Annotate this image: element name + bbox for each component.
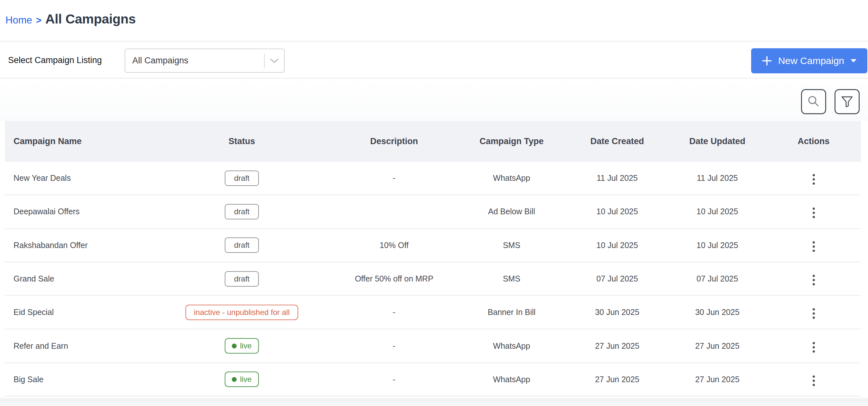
row-actions-kebab-icon[interactable] xyxy=(808,306,819,322)
campaign-name-cell: Grand Sale xyxy=(5,274,153,283)
column-header-campaign-name: Campaign Name xyxy=(5,136,153,146)
status-badge-label: draft xyxy=(234,241,250,249)
table-row: Eid Specialinactive - unpublished for al… xyxy=(5,296,861,330)
campaign-type-cell: WhatsApp xyxy=(457,375,566,384)
search-button[interactable] xyxy=(801,89,826,114)
table-header-row: Campaign NameStatusDescriptionCampaign T… xyxy=(5,121,861,162)
status-badge-draft: draft xyxy=(225,271,259,286)
actions-cell xyxy=(766,169,861,187)
page-title: All Campaigns xyxy=(45,11,136,27)
status-cell: draft xyxy=(153,170,331,186)
date-created-cell: 10 Jul 2025 xyxy=(566,207,669,216)
description-cell: Offer 50% off on MRP xyxy=(331,274,457,283)
date-updated-cell: 30 Jun 2025 xyxy=(669,308,766,317)
row-actions-kebab-icon[interactable] xyxy=(808,205,819,221)
date-created-cell: 11 Jul 2025 xyxy=(566,173,669,183)
actions-cell xyxy=(766,236,861,255)
table-row: Big Salelive-WhatsApp27 Jun 202527 Jun 2… xyxy=(5,363,861,397)
caret-down-icon xyxy=(850,59,857,63)
column-header-actions: Actions xyxy=(766,136,861,146)
actions-cell xyxy=(766,337,861,355)
table-row: Rakshabandan Offerdraft10% OffSMS10 Jul … xyxy=(5,229,861,263)
column-header-description: Description xyxy=(331,136,457,146)
date-updated-cell: 27 Jun 2025 xyxy=(669,375,766,384)
column-header-campaign-type: Campaign Type xyxy=(457,136,566,146)
description-cell: - xyxy=(331,173,457,183)
row-actions-kebab-icon[interactable] xyxy=(808,171,819,187)
chevron-down-icon xyxy=(270,58,279,63)
live-dot-icon xyxy=(232,377,237,382)
status-badge-label: draft xyxy=(234,208,250,215)
status-badge-label: draft xyxy=(234,275,250,283)
status-badge-draft: draft xyxy=(225,170,259,186)
campaign-name-cell: Eid Special xyxy=(5,308,153,317)
column-header-status: Status xyxy=(153,136,331,146)
column-header-date-updated: Date Updated xyxy=(669,136,766,146)
date-updated-cell: 27 Jun 2025 xyxy=(669,341,766,351)
description-cell: - xyxy=(331,375,457,384)
status-badge-draft: draft xyxy=(225,204,259,219)
campaign-type-cell: SMS xyxy=(457,274,566,283)
table-body: New Year Dealsdraft-WhatsApp11 Jul 20251… xyxy=(5,162,861,397)
campaign-type-cell: Banner In Bill xyxy=(457,308,566,317)
actions-cell xyxy=(766,370,861,388)
date-updated-cell: 10 Jul 2025 xyxy=(669,241,766,250)
table-row: Refer and Earnlive-WhatsApp27 Jun 202527… xyxy=(5,330,861,363)
campaign-listing-select[interactable]: All Campaigns xyxy=(125,48,285,73)
filter-icon xyxy=(840,95,854,108)
column-header-date-created: Date Created xyxy=(566,136,669,146)
table-row: Grand SaledraftOffer 50% off on MRPSMS07… xyxy=(5,263,861,296)
table-tools xyxy=(0,89,868,114)
breadcrumb-home-link[interactable]: Home xyxy=(5,14,32,26)
campaigns-page: Home > All Campaigns Select Campaign Lis… xyxy=(0,0,868,406)
plus-icon xyxy=(762,55,772,66)
campaign-name-cell: Deepawalai Offers xyxy=(5,207,153,216)
status-badge-draft: draft xyxy=(225,237,259,253)
row-actions-kebab-icon[interactable] xyxy=(808,239,819,255)
status-badge-live: live xyxy=(225,338,258,353)
status-badge-inactive: inactive - unpublished for all xyxy=(185,305,298,320)
row-actions-kebab-icon[interactable] xyxy=(808,272,819,288)
status-cell: draft xyxy=(153,237,331,253)
actions-cell xyxy=(766,303,861,322)
actions-cell xyxy=(766,270,861,288)
status-badge-live: live xyxy=(225,372,258,387)
date-updated-cell: 10 Jul 2025 xyxy=(669,207,766,216)
campaign-type-cell: WhatsApp xyxy=(457,341,566,351)
status-cell: inactive - unpublished for all xyxy=(153,305,331,320)
date-created-cell: 27 Jun 2025 xyxy=(566,341,669,351)
filter-button[interactable] xyxy=(835,89,860,114)
status-badge-label: draft xyxy=(234,174,250,182)
live-dot-icon xyxy=(232,344,237,348)
date-updated-cell: 11 Jul 2025 xyxy=(669,173,766,183)
table-row: New Year Dealsdraft-WhatsApp11 Jul 20251… xyxy=(5,162,861,195)
breadcrumb: Home > All Campaigns xyxy=(5,11,136,27)
breadcrumb-separator: > xyxy=(36,15,41,26)
footer-strip xyxy=(0,398,868,406)
row-actions-kebab-icon[interactable] xyxy=(808,339,819,355)
campaign-type-cell: Ad Below Bill xyxy=(457,207,566,216)
campaign-name-cell: Big Sale xyxy=(5,375,153,384)
date-created-cell: 07 Jul 2025 xyxy=(566,274,669,283)
description-cell: 10% Off xyxy=(331,241,457,250)
status-cell: draft xyxy=(153,204,331,219)
status-badge-label: inactive - unpublished for all xyxy=(194,308,290,316)
campaign-type-cell: WhatsApp xyxy=(457,173,566,183)
date-created-cell: 10 Jul 2025 xyxy=(566,241,669,250)
date-updated-cell: 07 Jul 2025 xyxy=(669,274,766,283)
new-campaign-label: New Campaign xyxy=(778,55,844,66)
divider-top xyxy=(0,41,868,41)
row-actions-kebab-icon[interactable] xyxy=(808,373,819,388)
actions-cell xyxy=(766,202,861,221)
campaign-name-cell: New Year Deals xyxy=(5,173,153,183)
table-row: Deepawalai OffersdraftAd Below Bill10 Ju… xyxy=(5,195,861,229)
status-cell: live xyxy=(153,372,331,387)
date-created-cell: 27 Jun 2025 xyxy=(566,375,669,384)
campaign-listing-selected-value: All Campaigns xyxy=(125,56,264,66)
status-cell: draft xyxy=(153,271,331,286)
select-divider xyxy=(264,54,265,68)
search-icon xyxy=(807,95,820,108)
description-cell: - xyxy=(331,341,457,351)
status-badge-label: live xyxy=(240,342,251,350)
new-campaign-button[interactable]: New Campaign xyxy=(751,48,867,73)
